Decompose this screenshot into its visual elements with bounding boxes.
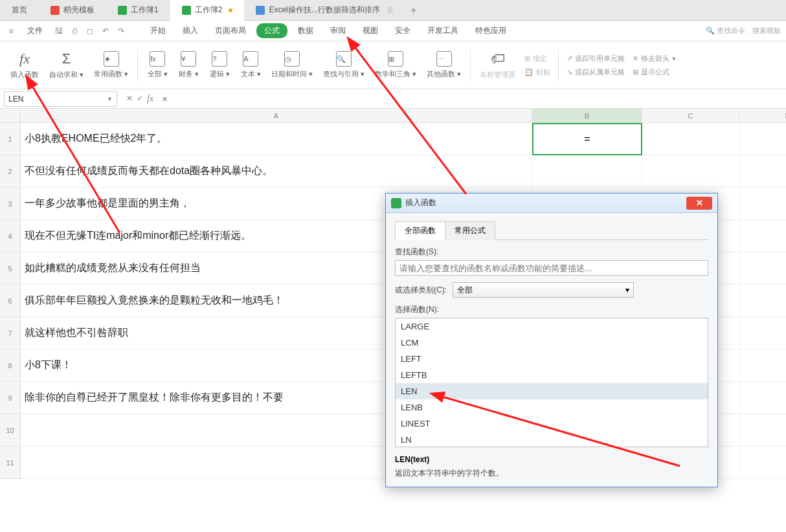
cell[interactable] [532, 155, 642, 187]
cell[interactable] [642, 123, 739, 155]
row-header[interactable]: 5 [0, 252, 20, 285]
word-icon [256, 6, 265, 15]
cell[interactable] [739, 252, 786, 284]
cell[interactable] [739, 382, 786, 414]
calc-icon: ⊞ [388, 51, 403, 67]
col-header-C[interactable]: C [642, 109, 739, 122]
row-header[interactable]: 7 [0, 317, 20, 349]
col-header-A[interactable]: A [21, 109, 532, 122]
tab-home[interactable]: 首页 [0, 0, 39, 21]
math-fn-button[interactable]: ⊞数学和三角 ▾ [371, 50, 420, 80]
function-list[interactable]: LARGELCMLEFTLEFTBLENLENBLINESTLN [395, 318, 708, 447]
menu-formula[interactable]: 公式 [256, 23, 287, 38]
menu-review[interactable]: 审阅 [324, 23, 352, 38]
function-list-item[interactable]: LEFT [396, 351, 708, 367]
row-header[interactable]: 10 [0, 414, 20, 447]
cell[interactable] [739, 188, 786, 219]
lookup-fn-button[interactable]: 🔍查找与引用 ▾ [319, 50, 368, 80]
sigma-icon: Σ [62, 50, 71, 67]
preview-icon[interactable]: ◻ [84, 25, 96, 37]
menu-start[interactable]: 开始 [144, 23, 172, 38]
menu-view[interactable]: 视图 [356, 23, 385, 38]
tab-workbook2[interactable]: 工作簿2 [170, 0, 245, 21]
hamburger-icon[interactable]: ≡ [5, 25, 17, 37]
row-header[interactable]: 1 [0, 123, 20, 155]
cell[interactable] [642, 155, 739, 187]
menu-features[interactable]: 特色应用 [469, 23, 513, 38]
row-header[interactable]: 6 [0, 285, 20, 317]
col-header-D[interactable]: D [739, 109, 786, 122]
function-list-item[interactable]: LEN [396, 383, 708, 399]
menu-file[interactable]: 文件 [21, 23, 49, 38]
cancel-formula-button[interactable]: ✕ [126, 94, 133, 104]
tab-workbook1[interactable]: 工作簿1 [106, 0, 170, 21]
cell[interactable] [739, 155, 786, 187]
cell[interactable] [739, 317, 786, 349]
finance-fn-button[interactable]: ¥财务 ▾ [174, 50, 203, 80]
text-fn-button[interactable]: A文本 ▾ [236, 50, 265, 80]
tab-all-functions[interactable]: 全部函数 [395, 221, 445, 240]
insert-function-button[interactable]: fx插入函数 [6, 49, 43, 81]
fx-button[interactable]: fx [147, 94, 153, 104]
tab-common-formulas[interactable]: 常用公式 [445, 221, 495, 240]
cell[interactable] [739, 220, 786, 252]
function-list-item[interactable]: LEFTB [396, 367, 708, 383]
function-list-item[interactable]: LN [396, 432, 708, 447]
command-search[interactable]: 🔍 查找命令、搜索模板 [706, 26, 781, 36]
add-tab-button[interactable]: + [404, 5, 423, 16]
accept-formula-button[interactable]: ✓ [137, 94, 143, 104]
tab-excel-doc[interactable]: Excel操作技...行数据筛选和排序⎘ [244, 0, 403, 21]
formula-input[interactable]: = [159, 94, 786, 104]
trace-dependents-button[interactable]: ↘ 追踪从属单元格 [564, 67, 627, 78]
cell[interactable]: 小8执教EHOME已经快2年了。 [21, 123, 532, 155]
cell[interactable] [739, 285, 786, 316]
undo-icon[interactable]: ↶ [100, 25, 111, 37]
define-name-button[interactable]: ⊞ 指定 [522, 53, 553, 64]
autosum-button[interactable]: Σ自动求和 ▾ [45, 49, 87, 81]
tab-templates[interactable]: 稻壳模板 [39, 0, 106, 21]
row-header[interactable]: 8 [0, 349, 20, 382]
other-fn-button[interactable]: ⋯其他函数 ▾ [423, 50, 465, 80]
print-icon[interactable]: ⎙ [69, 25, 80, 37]
logic-fn-button[interactable]: ?逻辑 ▾ [205, 50, 234, 80]
show-formulas-button[interactable]: ⊞ 显示公式 [630, 67, 679, 78]
remove-arrows-button[interactable]: ✕ 移去箭头 ▾ [630, 53, 679, 64]
row-header[interactable]: 11 [0, 447, 20, 479]
save-icon[interactable]: 🖫 [53, 25, 65, 37]
close-button[interactable]: ✕ [686, 197, 712, 210]
row-header[interactable]: 4 [0, 220, 20, 252]
menu-devtools[interactable]: 开发工具 [421, 23, 465, 38]
row-header[interactable]: 9 [0, 382, 20, 414]
category-select[interactable]: 全部▾ [453, 282, 634, 298]
paste-name-button[interactable]: 📋 粘贴 [522, 67, 553, 78]
select-all-corner[interactable] [0, 109, 21, 123]
dialog-titlebar[interactable]: 插入函数 ✕ [386, 194, 717, 213]
cell[interactable] [739, 447, 786, 478]
function-list-item[interactable]: LINEST [396, 416, 708, 432]
common-fn-button[interactable]: ★常用函数 ▾ [90, 50, 132, 80]
redo-icon[interactable]: ↷ [115, 25, 127, 37]
trace-precedents-button[interactable]: ↗ 追踪引用单元格 [564, 53, 627, 64]
row-header[interactable]: 2 [0, 155, 20, 188]
fx-icon: fx [19, 50, 30, 67]
cell[interactable] [739, 123, 786, 155]
name-box[interactable]: LEN▼ [4, 91, 117, 107]
row-header[interactable]: 3 [0, 188, 20, 220]
all-fn-button[interactable]: fx全部 ▾ [143, 50, 172, 80]
menu-security[interactable]: 安全 [388, 23, 417, 38]
function-list-item[interactable]: LCM [396, 335, 708, 351]
category-label: 或选择类别(C): [395, 285, 447, 294]
function-list-item[interactable]: LENB [396, 399, 708, 416]
function-list-item[interactable]: LARGE [396, 318, 708, 335]
cell[interactable] [532, 123, 642, 155]
cell[interactable] [739, 414, 786, 446]
datetime-fn-button[interactable]: ◷日期和时间 ▾ [267, 50, 317, 80]
col-header-B[interactable]: B [532, 109, 642, 122]
menu-data[interactable]: 数据 [291, 23, 320, 38]
name-manager-button[interactable]: 🏷名称管理器 [476, 49, 519, 81]
menu-layout[interactable]: 页面布局 [208, 23, 253, 38]
cell[interactable]: 不但没有任何成绩反而每天都在dota圈各种风暴中心。 [21, 155, 532, 187]
menu-insert[interactable]: 插入 [176, 23, 205, 38]
function-search-input[interactable] [395, 260, 708, 276]
cell[interactable] [739, 349, 786, 381]
